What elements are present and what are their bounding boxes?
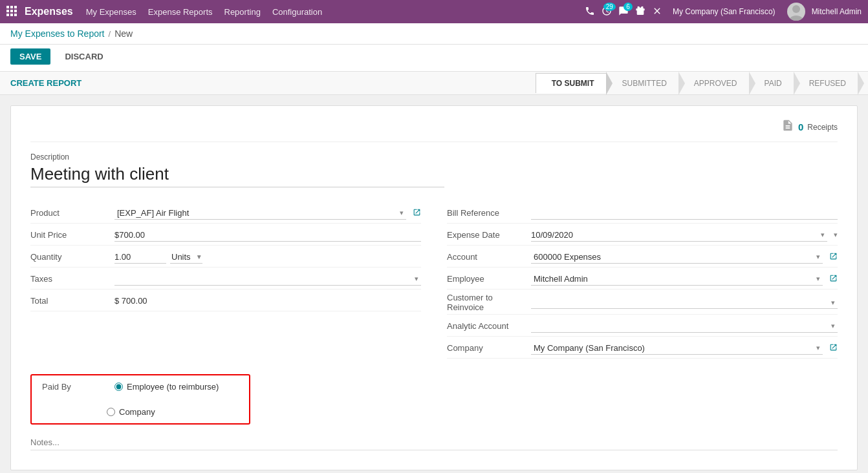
svg-rect-5	[14, 10, 17, 12]
paid-by-company-label: Company	[119, 407, 155, 417]
taxes-select[interactable]	[114, 273, 421, 286]
unit-price-value	[114, 229, 421, 242]
phone-icon[interactable]	[585, 6, 595, 18]
chat-icon[interactable]: 6	[618, 6, 629, 18]
expense-date-input[interactable]	[531, 229, 827, 242]
quantity-value: Units ▾	[114, 251, 421, 264]
analytic-select[interactable]	[531, 320, 838, 333]
breadcrumb-current: New	[114, 28, 133, 39]
description-input[interactable]	[30, 164, 444, 187]
employee-select[interactable]: Mitchell Admin	[531, 273, 823, 286]
nav-reporting[interactable]: Reporting	[224, 7, 261, 17]
quantity-row: Quantity Units ▾	[30, 247, 421, 268]
clock-icon[interactable]: 29	[602, 6, 612, 18]
account-row: Account 600000 Expenses	[447, 247, 838, 268]
svg-rect-3	[6, 10, 9, 12]
account-external-link-icon[interactable]	[829, 252, 838, 262]
svg-rect-6	[6, 14, 9, 16]
toolbar: SAVE DISCARD	[0, 45, 868, 72]
status-bar: CREATE REPORT TO SUBMIT SUBMITTED APPROV…	[0, 72, 868, 95]
employee-value: Mitchell Admin	[531, 273, 838, 286]
app-title: Expenses	[25, 6, 73, 17]
product-label: Product	[30, 208, 114, 218]
notes-input[interactable]	[30, 435, 838, 450]
unit-select[interactable]: Units	[170, 251, 202, 264]
top-nav: Expenses My Expenses Expense Reports Rep…	[0, 0, 868, 23]
paid-by-company-radio[interactable]	[107, 408, 115, 416]
paid-by-row: Paid By Employee (to reimburse)	[42, 382, 219, 392]
account-label: Account	[447, 252, 531, 262]
total-value-display: $ 700.00	[114, 296, 421, 306]
svg-rect-7	[10, 14, 13, 16]
receipts-widget[interactable]: 0 Receipts	[781, 119, 838, 135]
svg-rect-0	[6, 6, 9, 8]
nav-configuration[interactable]: Configuration	[272, 7, 322, 17]
discard-button[interactable]: DISCARD	[56, 48, 112, 65]
paid-by-company-option[interactable]: Company	[107, 407, 155, 417]
svg-rect-1	[10, 6, 13, 8]
total-label: Total	[30, 296, 114, 306]
company-value: My Company (San Francisco)	[531, 342, 838, 355]
close-icon[interactable]	[652, 6, 662, 18]
breadcrumb-link[interactable]: My Expenses to Report	[10, 28, 105, 39]
company-external-link-icon[interactable]	[829, 343, 838, 353]
account-select[interactable]: 600000 Expenses	[531, 251, 823, 264]
product-row: Product [EXP_AF] Air Flight	[30, 203, 421, 224]
bill-ref-input[interactable]	[531, 207, 838, 220]
svg-rect-4	[10, 10, 13, 12]
paid-by-box: Paid By Employee (to reimburse) Company	[30, 374, 250, 425]
svg-point-9	[792, 5, 800, 13]
account-value: 600000 Expenses	[531, 251, 838, 264]
quantity-input[interactable]	[114, 251, 166, 264]
svg-point-10	[790, 16, 803, 21]
gift-icon[interactable]	[635, 6, 646, 18]
grid-icon[interactable]	[6, 6, 17, 18]
unit-price-input[interactable]	[114, 229, 421, 242]
paid-by-label: Paid By	[42, 382, 107, 392]
form-card: 0 Receipts Description Product [EXP_AF] …	[10, 105, 858, 470]
paid-by-employee-label: Employee (to reimburse)	[127, 382, 219, 392]
receipts-count: 0	[798, 121, 803, 132]
avatar	[787, 3, 805, 21]
nav-links: My Expenses Expense Reports Reporting Co…	[86, 7, 585, 17]
svg-rect-2	[14, 6, 17, 8]
taxes-label: Taxes	[30, 274, 114, 284]
paid-by-employee-radio[interactable]	[114, 383, 123, 391]
nav-my-expenses[interactable]: My Expenses	[86, 7, 136, 17]
save-button[interactable]: SAVE	[10, 48, 50, 65]
product-external-link-icon[interactable]	[413, 208, 421, 218]
employee-label: Employee	[447, 274, 531, 284]
status-steps: TO SUBMIT SUBMITTED APPROVED PAID REFUSE…	[536, 73, 858, 93]
analytic-label: Analytic Account	[447, 321, 531, 331]
right-actions: 29 6 My Company (San Francisco) Mitchell…	[585, 3, 862, 21]
quantity-label: Quantity	[30, 252, 114, 262]
expense-date-dropdown[interactable]: ▾	[834, 231, 838, 239]
breadcrumb-separator: /	[109, 29, 111, 39]
clock-badge: 29	[603, 3, 616, 11]
status-refused[interactable]: REFUSED	[794, 74, 858, 93]
customer-select[interactable]	[531, 296, 838, 309]
breadcrumb: My Expenses to Report / New	[0, 23, 868, 45]
form-left: Product [EXP_AF] Air Flight	[30, 203, 421, 359]
total-amount: $ 700.00	[114, 296, 147, 306]
receipts-label: Receipts	[807, 123, 838, 132]
status-paid[interactable]: PAID	[749, 74, 794, 93]
product-select[interactable]: [EXP_AF] Air Flight	[114, 207, 406, 220]
nav-expense-reports[interactable]: Expense Reports	[148, 7, 213, 17]
analytic-value	[531, 320, 838, 333]
company-select[interactable]: My Company (San Francisco)	[531, 342, 823, 355]
main-content: 0 Receipts Description Product [EXP_AF] …	[0, 95, 868, 473]
status-to-submit[interactable]: TO SUBMIT	[536, 73, 607, 93]
customer-value	[531, 296, 838, 309]
expense-date-label: Expense Date	[447, 230, 531, 240]
create-report-button[interactable]: CREATE REPORT	[10, 78, 81, 88]
paid-by-employee-option[interactable]: Employee (to reimburse)	[114, 382, 219, 392]
customer-label: Customer to Reinvoice	[447, 293, 531, 312]
employee-external-link-icon[interactable]	[829, 274, 838, 284]
status-submitted[interactable]: SUBMITTED	[607, 74, 678, 93]
form-right: Bill Reference Expense Date ▾	[447, 203, 838, 359]
company-label: Company	[447, 343, 531, 353]
unit-price-label: Unit Price	[30, 230, 114, 240]
status-approved[interactable]: APPROVED	[678, 74, 749, 93]
chat-badge: 6	[624, 3, 633, 11]
